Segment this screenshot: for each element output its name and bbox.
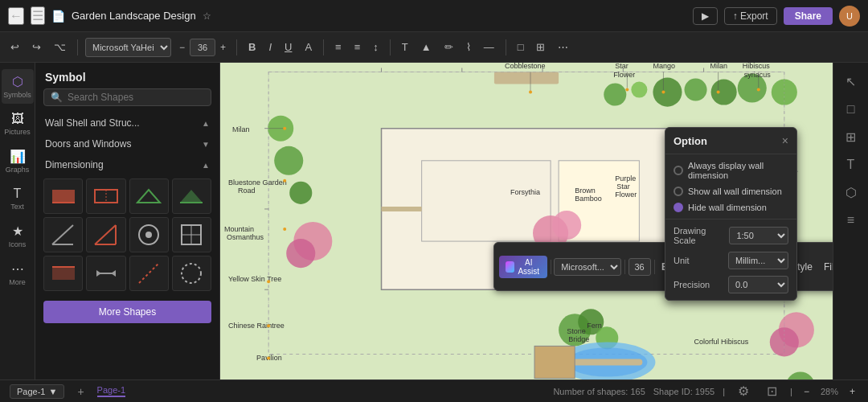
line-button[interactable]: ⌇ [462,39,475,55]
dash-button[interactable]: — [480,39,498,55]
shape-item-11[interactable] [129,256,169,291]
sidebar-item-icons[interactable]: ★ Icons [2,219,34,253]
format-button[interactable]: ⌥ [50,39,70,55]
svg-text:Hibiscus: Hibiscus [743,63,771,71]
text-size-input[interactable] [628,258,651,276]
shape-item-2[interactable] [86,178,125,214]
svg-rect-0 [52,190,75,203]
ai-assist-button[interactable]: AI Assist [499,256,547,278]
menu-button[interactable]: ☰ [31,6,45,25]
pen-button[interactable]: ✏ [440,39,457,55]
svg-text:Milan: Milan [710,63,728,71]
settings-icon[interactable]: ⚙ [733,379,754,402]
shape-item-7[interactable] [129,217,169,252]
right-cursor-icon[interactable]: ↖ [841,69,861,94]
unit-select[interactable]: Millim... [728,252,788,269]
shape-item-6[interactable] [86,217,125,252]
font-size-decrease[interactable]: − [176,41,188,54]
text-label: Text [10,203,24,211]
unit-field: Unit Millim... [674,252,788,269]
option-panel-close-button[interactable]: × [782,134,788,147]
star-icon[interactable]: ☆ [203,10,211,22]
avatar[interactable]: U [839,6,860,27]
sidebar-item-symbols[interactable]: ⬡ Symbols [2,69,34,104]
font-size-input[interactable] [190,39,215,56]
zoom-out-button[interactable]: − [800,385,813,398]
radio-hide-btn[interactable] [674,203,683,212]
shape-item-5[interactable] [43,217,83,252]
svg-line-8 [52,225,73,244]
font-size-control: − + [176,39,229,56]
fit-icon[interactable]: ⊡ [762,379,782,402]
align-center-button[interactable]: ≡ [350,39,365,55]
underline-button[interactable]: U [280,39,296,55]
svg-text:Yellow Skin Tree: Yellow Skin Tree [228,275,281,283]
radio-show-all[interactable]: Show all wall dimension [674,187,788,196]
fill-button[interactable]: Fill [820,259,833,275]
precision-label: Precision [674,280,710,289]
search-input[interactable] [68,92,204,103]
border-button[interactable]: □ [514,39,528,55]
section-dimensioning[interactable]: Dimensioning ▲ [35,154,219,175]
zoom-in-button[interactable]: + [846,385,858,398]
font-size-increase[interactable]: + [217,41,229,54]
more-icon: ⋯ [11,261,24,277]
shape-item-1[interactable] [43,178,83,214]
font-family-select[interactable]: Microsoft YaHei [85,38,171,57]
add-page-button[interactable]: + [77,385,84,398]
section-wall-shell[interactable]: Wall Shell and Struc... ▲ [35,113,219,133]
radio-hide[interactable]: Hide wall dimension [674,203,788,212]
shape-item-9[interactable] [43,256,83,291]
back-button[interactable]: ← [8,7,24,25]
svg-point-112 [283,179,286,183]
more-button[interactable]: ⋯ [554,39,572,55]
right-more-icon[interactable]: ≡ [842,208,859,232]
sidebar-item-graphs[interactable]: 📊 Graphs [2,144,34,178]
text-font-select[interactable]: Microsoft... [554,258,621,276]
right-shapes-icon[interactable]: ⬡ [841,180,862,205]
export-button[interactable]: ↑ Export [724,7,777,25]
line-spacing-button[interactable]: ↕ [369,39,383,55]
search-box[interactable]: 🔍 [43,88,211,106]
play-button[interactable]: ▶ [693,7,718,25]
svg-text:Stone: Stone [567,327,586,335]
font-color-button[interactable]: A [301,39,316,55]
shape-item-8[interactable] [172,217,211,252]
radio-group-wall-dimension: Always display wall dimension Show all w… [665,154,796,219]
sidebar-item-pictures[interactable]: 🖼 Pictures [2,107,34,141]
radio-always-label: Always display wall dimension [688,161,788,180]
precision-field: Precision 0.0 [674,276,788,293]
svg-text:Bluestone Garden: Bluestone Garden [228,178,287,187]
shape-item-4[interactable] [172,178,211,214]
radio-always-btn[interactable] [674,166,683,175]
svg-text:Star: Star [615,63,628,71]
right-page-icon[interactable]: □ [842,97,860,121]
right-text-icon[interactable]: T [842,153,860,177]
share-button[interactable]: Share [784,7,833,25]
drawing-scale-select[interactable]: 1:50 [729,227,788,244]
section-doors-windows[interactable]: Doors and Windows ▼ [35,133,219,154]
right-grid-icon[interactable]: ⊞ [841,125,861,150]
italic-button[interactable]: I [264,39,276,55]
zoom-level: 28% [821,387,838,396]
shape-item-3[interactable] [129,178,169,214]
grid-button[interactable]: ⊞ [532,39,549,55]
page-1-tab[interactable]: Page-1 ▼ [10,384,64,399]
precision-select[interactable]: 0.0 [728,276,788,293]
sidebar-item-more[interactable]: ⋯ More [2,256,34,291]
canvas-area[interactable]: 5108.6 mm × 3468.4 Cobblestone Star Flow… [220,63,833,379]
more-shapes-button[interactable]: More Shapes [43,301,211,323]
redo-button[interactable]: ↪ [28,39,45,55]
bold-button[interactable]: B [244,39,260,55]
sidebar-item-text[interactable]: T Text [2,182,34,215]
text-button[interactable]: T [398,39,412,55]
radio-always[interactable]: Always display wall dimension [674,161,788,180]
undo-button[interactable]: ↩ [6,39,23,55]
graphs-icon: 📊 [10,149,26,164]
highlight-button[interactable]: ▲ [417,39,436,55]
shape-item-12[interactable] [172,256,211,291]
radio-show-all-btn[interactable] [674,187,683,196]
align-left-button[interactable]: ≡ [331,39,346,55]
svg-text:Mango: Mango [653,63,675,71]
shape-item-10[interactable] [86,256,125,291]
